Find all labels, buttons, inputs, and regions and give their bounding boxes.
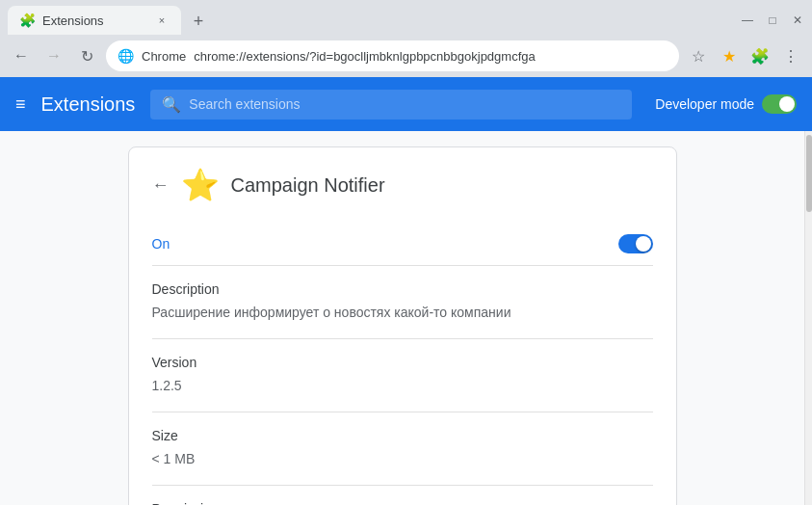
- nav-bar: ← → ↻ 🌐 Chrome chrome://extensions/?id=b…: [0, 35, 812, 77]
- enable-toggle-row: On: [152, 223, 653, 266]
- version-label: Version: [152, 355, 653, 370]
- new-tab-button[interactable]: +: [185, 8, 212, 35]
- developer-mode-toggle[interactable]: [762, 94, 797, 114]
- address-text: chrome://extensions/?id=bgoclljmbknlgpbp…: [194, 49, 535, 64]
- main-content: ← ⭐ Campaign Notifier On: [0, 131, 804, 505]
- search-box[interactable]: 🔍: [150, 90, 632, 120]
- address-bar[interactable]: 🌐 Chrome chrome://extensions/?id=bgocllj…: [106, 40, 679, 71]
- browser-window: 🧩 Extensions × + — □ ✕ ← → ↻ 🌐 Chrome ch…: [0, 0, 812, 505]
- title-bar: 🧩 Extensions × + — □ ✕: [0, 0, 812, 35]
- extension-icon: ⭐: [181, 167, 220, 203]
- back-to-extensions-button[interactable]: ←: [152, 175, 170, 196]
- star-button[interactable]: ★: [716, 42, 743, 69]
- extension-button[interactable]: 🧩: [747, 42, 773, 69]
- description-label: Description: [152, 281, 653, 297]
- search-input[interactable]: [189, 96, 620, 112]
- extensions-header: ≡ Extensions 🔍 Developer mode: [0, 77, 812, 131]
- tab-title: Extensions: [42, 13, 146, 28]
- scroll-thumb[interactable]: [806, 135, 812, 212]
- hamburger-menu-button[interactable]: ≡: [15, 94, 26, 115]
- forward-button[interactable]: →: [40, 42, 67, 69]
- size-section: Size < 1 MB: [152, 412, 653, 486]
- menu-button[interactable]: ⋮: [777, 42, 804, 69]
- size-label: Size: [152, 428, 653, 443]
- close-window-button[interactable]: ✕: [791, 13, 804, 27]
- back-button[interactable]: ←: [8, 42, 35, 69]
- toggle-blue-knob: [636, 236, 651, 252]
- window-controls: — □ ✕: [741, 13, 804, 27]
- bookmark-button[interactable]: ☆: [685, 42, 712, 69]
- description-section: Description Расширение информирует о нов…: [152, 266, 653, 339]
- version-value: 1.2.5: [152, 376, 653, 396]
- extension-detail-card: ← ⭐ Campaign Notifier On: [128, 146, 677, 505]
- tab-favicon: 🧩: [19, 13, 35, 28]
- version-section: Version 1.2.5: [152, 339, 653, 412]
- extensions-page: ≡ Extensions 🔍 Developer mode: [0, 77, 812, 505]
- maximize-button[interactable]: □: [766, 13, 779, 27]
- extension-name: Campaign Notifier: [231, 174, 385, 197]
- site-favicon: 🌐: [118, 48, 134, 64]
- detail-header: ← ⭐ Campaign Notifier: [152, 167, 653, 203]
- active-tab[interactable]: 🧩 Extensions ×: [8, 6, 181, 35]
- search-icon: 🔍: [162, 95, 181, 114]
- tab-close-button[interactable]: ×: [154, 13, 170, 28]
- extensions-page-title: Extensions: [41, 93, 136, 116]
- minimize-button[interactable]: —: [741, 13, 754, 27]
- refresh-button[interactable]: ↻: [73, 42, 100, 69]
- permissions-section: Permissions Read and change all your dat…: [152, 486, 653, 505]
- size-value: < 1 MB: [152, 449, 653, 469]
- developer-mode-label: Developer mode: [655, 96, 754, 112]
- description-value: Расширение информирует о новостях какой-…: [152, 303, 653, 323]
- enable-extension-toggle[interactable]: [618, 234, 653, 253]
- permissions-label: Permissions: [152, 501, 653, 505]
- toggle-knob: [779, 96, 795, 112]
- scrollbar[interactable]: [804, 131, 812, 505]
- on-label: On: [152, 236, 170, 252]
- nav-actions: ☆ ★ 🧩 ⋮: [685, 42, 804, 69]
- developer-mode-toggle-area: Developer mode: [655, 94, 797, 114]
- site-name: Chrome: [142, 49, 186, 64]
- tab-strip: 🧩 Extensions × +: [8, 6, 212, 35]
